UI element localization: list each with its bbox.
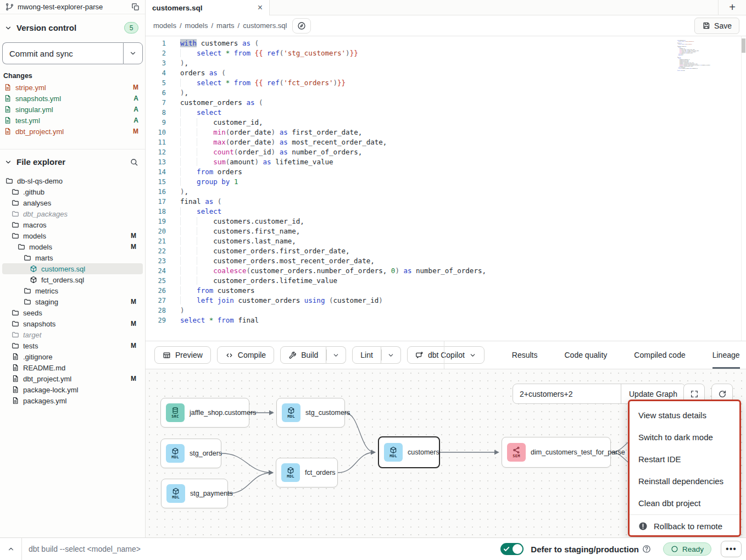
change-status: A bbox=[133, 106, 138, 113]
node-type-chip: MDL bbox=[281, 463, 300, 482]
tab-compiled-code[interactable]: Compiled code bbox=[634, 341, 685, 369]
tree-item-customers-sql[interactable]: customers.sql bbox=[2, 263, 143, 274]
tree-item-models[interactable]: models M bbox=[2, 241, 143, 252]
tree-item-dbt-packages[interactable]: dbt_packages bbox=[2, 208, 143, 219]
collapse-panel-button[interactable] bbox=[0, 538, 22, 560]
tree-item-gitignore[interactable]: .gitignore bbox=[2, 351, 143, 362]
tab-results[interactable]: Results bbox=[512, 341, 538, 369]
lineage-node-customers[interactable]: MDL customers bbox=[378, 436, 440, 468]
lint-options-dropdown[interactable] bbox=[381, 346, 401, 364]
code-line: 21 customers.last_name, bbox=[146, 236, 746, 246]
lineage-node-jaffle-shop-customers[interactable]: SRC jaffle_shop.customers bbox=[160, 398, 249, 428]
tree-item-db-sl-qs-demo[interactable]: db-sl-qs-demo bbox=[2, 175, 143, 186]
chevron-down-icon[interactable] bbox=[4, 158, 12, 166]
lineage-node-stg-customers[interactable]: MDL stg_customers bbox=[276, 398, 345, 428]
menu-item-view-status-details[interactable]: View status details bbox=[630, 404, 739, 426]
commit-and-sync-button[interactable]: Commit and sync bbox=[2, 42, 123, 64]
lineage-node-dim-customers-test-for-parse[interactable]: SEM dim_customers_test_for_parse bbox=[502, 437, 611, 468]
file-icon bbox=[12, 364, 19, 372]
tree-item-metrics[interactable]: metrics bbox=[2, 285, 143, 296]
chevron-down-icon[interactable] bbox=[4, 24, 12, 32]
compile-button[interactable]: Compile bbox=[217, 346, 274, 364]
changes-list: stripe.yml M snapshots.yml A singular.ym… bbox=[0, 82, 145, 137]
menu-item-clean-dbt-project[interactable]: Clean dbt project bbox=[630, 492, 739, 514]
code-line: 3 ), bbox=[146, 58, 746, 68]
tree-item-fct-orders-sql[interactable]: fct_orders.sql bbox=[2, 274, 143, 285]
dbt-command-input[interactable]: dbt build --select <model_name> bbox=[22, 545, 500, 553]
change-row-dbt-project-yml[interactable]: dbt_project.yml M bbox=[0, 126, 145, 137]
change-status: A bbox=[133, 95, 138, 102]
tree-item-analyses[interactable]: analyses bbox=[2, 197, 143, 208]
save-button[interactable]: Save bbox=[694, 18, 739, 34]
model-cube-icon bbox=[30, 265, 37, 273]
dbt-copilot-button[interactable]: dbt Copilot bbox=[407, 346, 485, 364]
model-cube-icon bbox=[389, 446, 397, 454]
lint-button[interactable]: Lint bbox=[352, 346, 381, 364]
breadcrumb-segment-models[interactable]: models bbox=[185, 21, 208, 30]
file-icon bbox=[4, 127, 12, 135]
save-icon bbox=[702, 21, 710, 30]
node-type-chip: MDL bbox=[282, 403, 300, 422]
tab-customers-sql[interactable]: customers.sql × bbox=[146, 0, 270, 15]
tree-item-tests[interactable]: tests M bbox=[2, 340, 143, 351]
more-options-button[interactable]: ••• bbox=[721, 541, 742, 557]
build-button[interactable]: Build bbox=[280, 346, 326, 364]
tree-item-package-lock-yml[interactable]: package-lock.yml bbox=[2, 384, 143, 395]
model-cube-icon bbox=[287, 467, 294, 474]
lineage-selector-input[interactable]: 2+customers+2 bbox=[513, 384, 621, 403]
editor-scrollbar-thumb[interactable] bbox=[742, 38, 745, 53]
build-options-dropdown[interactable] bbox=[326, 346, 346, 364]
tab-code-quality[interactable]: Code quality bbox=[565, 341, 608, 369]
tree-item-packages-yml[interactable]: packages.yml bbox=[2, 395, 143, 406]
lineage-node-fct-orders[interactable]: MDL fct_orders bbox=[276, 458, 338, 487]
tab-lineage[interactable]: Lineage bbox=[712, 341, 740, 369]
tree-item-macros[interactable]: macros bbox=[2, 219, 143, 230]
tree-item-dbt-project-yml[interactable]: dbt_project.yml M bbox=[2, 373, 143, 384]
git-status: M bbox=[131, 243, 136, 251]
changes-label: Changes bbox=[0, 64, 145, 82]
lineage-node-stg-orders[interactable]: MDL stg_orders bbox=[160, 439, 221, 468]
tree-item-staging[interactable]: staging M bbox=[2, 296, 143, 307]
change-row-snapshots-yml[interactable]: snapshots.yml A bbox=[0, 93, 145, 104]
tree-item-github[interactable]: .github bbox=[2, 186, 143, 197]
change-row-singular-yml[interactable]: singular.yml A bbox=[0, 104, 145, 115]
breadcrumb-segment-marts[interactable]: marts bbox=[216, 21, 235, 30]
tree-item-models[interactable]: models M bbox=[2, 230, 143, 241]
database-icon bbox=[171, 407, 179, 414]
change-row-stripe-yml[interactable]: stripe.yml M bbox=[0, 82, 145, 93]
branch-header: mwong-test-explorer-parse bbox=[0, 0, 145, 14]
tree-item-seeds[interactable]: seeds bbox=[2, 307, 143, 318]
menu-item-switch-to-dark-mode[interactable]: Switch to dark mode bbox=[630, 426, 739, 448]
search-icon[interactable] bbox=[130, 158, 138, 167]
tree-item-target[interactable]: target bbox=[2, 329, 143, 340]
breadcrumb-segment-customers-sql[interactable]: customers.sql bbox=[243, 21, 287, 30]
tree-item-marts[interactable]: marts bbox=[2, 252, 143, 263]
tree-item-snapshots[interactable]: snapshots M bbox=[2, 318, 143, 329]
help-icon[interactable] bbox=[642, 545, 651, 553]
code-icon bbox=[225, 351, 233, 359]
refresh-icon bbox=[718, 390, 727, 398]
preview-button[interactable]: Preview bbox=[154, 346, 211, 364]
code-editor[interactable]: 1 with customers as ( 2 select * from {{… bbox=[146, 36, 746, 341]
compass-icon-button[interactable] bbox=[292, 18, 311, 34]
code-line: 28 ) bbox=[146, 306, 746, 315]
tree-item-readme-md[interactable]: README.md bbox=[2, 362, 143, 373]
close-icon[interactable]: × bbox=[258, 3, 263, 12]
copilot-chat-icon bbox=[415, 351, 424, 359]
change-row-test-yml[interactable]: test.yml A bbox=[0, 115, 145, 126]
change-status: M bbox=[133, 127, 138, 135]
menu-item-restart-ide[interactable]: Restart IDE bbox=[630, 448, 739, 470]
menu-item-rollback-to-remote[interactable]: Rollback to remote bbox=[630, 515, 739, 536]
file-icon bbox=[12, 353, 19, 361]
file-tree: db-sl-qs-demo .github analyses dbt_packa… bbox=[0, 172, 145, 406]
new-tab-button[interactable]: + bbox=[718, 0, 746, 15]
code-line: 17 final as ( bbox=[146, 197, 746, 207]
defer-toggle[interactable] bbox=[500, 543, 524, 555]
lineage-node-stg-payments[interactable]: MDL stg_payments bbox=[161, 479, 228, 508]
folder-icon bbox=[12, 221, 19, 229]
commit-options-dropdown[interactable] bbox=[123, 42, 143, 64]
breadcrumb-segment-models[interactable]: models bbox=[153, 21, 176, 30]
copy-icon[interactable] bbox=[131, 3, 140, 11]
branch-name: mwong-test-explorer-parse bbox=[18, 3, 127, 11]
menu-item-reinstall-dependencies[interactable]: Reinstall dependencies bbox=[630, 470, 739, 492]
